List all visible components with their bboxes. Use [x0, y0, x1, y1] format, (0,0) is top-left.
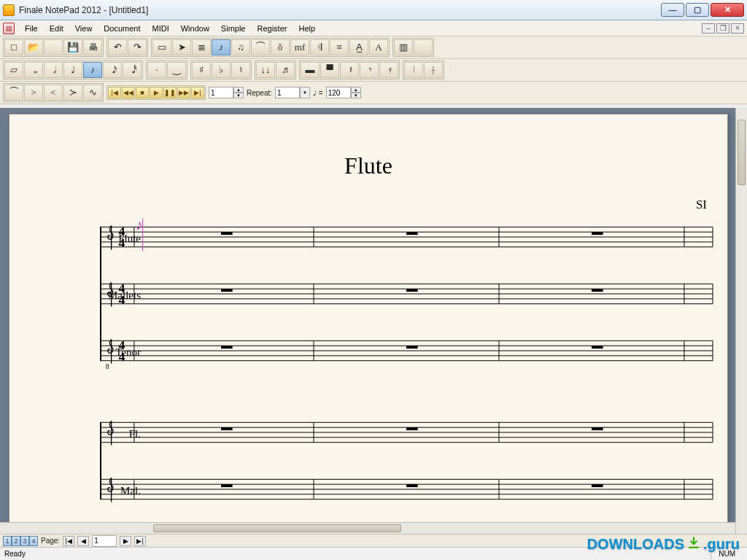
cresc-icon[interactable]: < — [44, 85, 63, 101]
layer-2-button[interactable]: 2 — [12, 536, 20, 546]
tuplet-icon[interactable]: ↓↓ — [256, 62, 275, 78]
ffwd-icon[interactable]: ▶▶ — [177, 87, 190, 98]
slur-down-icon[interactable]: ⁀ — [4, 85, 23, 101]
menu-midi[interactable]: MIDI — [147, 23, 175, 34]
slur-tool-icon[interactable]: ⁀ — [251, 39, 270, 55]
new-icon[interactable]: □ — [4, 39, 23, 55]
download-arrow-icon — [687, 536, 700, 549]
maximize-button[interactable]: ▢ — [686, 3, 709, 17]
staff-tenor[interactable]: Tenor844 — [100, 336, 713, 365]
blank1[interactable] — [44, 39, 63, 55]
save-icon[interactable]: 💾 — [63, 39, 82, 55]
grace-icon[interactable]: ♬ — [276, 62, 295, 78]
staff-mallets[interactable]: Mallets44 — [100, 279, 713, 308]
svg-rect-46 — [406, 346, 418, 349]
rewind-full-icon[interactable]: |◀ — [108, 87, 121, 98]
repeat-label: Repeat: — [247, 89, 272, 97]
ffwd-full-icon[interactable]: ▶| — [191, 87, 204, 98]
page-next-button[interactable]: ▶ — [120, 536, 131, 546]
score-page[interactable]: Flute SI Flute44♪Mallets44Tenor844 Fl.Ma… — [9, 114, 728, 534]
page-last-button[interactable]: ▶| — [134, 536, 146, 546]
repeat-select[interactable] — [275, 87, 300, 98]
repeat-dropdown[interactable]: ▼ — [300, 87, 310, 98]
dot-icon[interactable]: · — [147, 62, 166, 78]
text-ul-icon[interactable]: A̲ — [349, 39, 368, 55]
measure-tool-icon[interactable]: ≣ — [192, 39, 211, 55]
pause-icon[interactable]: ❚❚ — [163, 87, 177, 98]
sharp-icon[interactable]: ♯ — [192, 62, 211, 78]
half-note-icon[interactable]: 𝅗𝅥 — [44, 62, 63, 78]
document-control-icon[interactable]: ▤ — [3, 23, 15, 34]
text-tool-icon[interactable]: A — [369, 39, 388, 55]
menu-window[interactable]: Window — [175, 23, 215, 34]
repeat-tool-icon[interactable]: 𝄇 — [310, 39, 329, 55]
quarter-rest-icon[interactable]: 𝄽 — [340, 62, 359, 78]
menu-register[interactable]: Register — [251, 23, 293, 34]
natural-icon[interactable]: ♮ — [231, 62, 250, 78]
tie-icon[interactable]: ‿ — [167, 62, 186, 78]
quarter-note-icon[interactable]: ♩ — [63, 62, 82, 78]
redo-icon[interactable]: ↷ — [128, 39, 147, 55]
staff-mal.[interactable]: Mal. — [100, 475, 713, 504]
tuplet-tool-icon[interactable]: ♫ — [231, 39, 250, 55]
rewind-icon[interactable]: ◀◀ — [122, 87, 135, 98]
measure-input[interactable] — [209, 87, 233, 98]
vertical-scrollbar[interactable] — [735, 108, 747, 534]
eraser-icon[interactable]: ▱ — [4, 62, 23, 78]
thirtysecond-note-icon[interactable]: 𝅘𝅥𝅰 — [123, 62, 142, 78]
staff-fl.[interactable]: Fl. — [100, 418, 713, 447]
page-first-button[interactable]: |◀ — [63, 536, 74, 546]
menu-document[interactable]: Document — [98, 23, 146, 34]
menu-file[interactable]: File — [19, 23, 44, 34]
trill-icon[interactable]: ∿ — [83, 85, 102, 101]
decr-icon[interactable]: > — [24, 85, 43, 101]
undo-icon[interactable]: ↶ — [108, 39, 127, 55]
close-button[interactable]: ✕ — [711, 3, 744, 17]
page-tool-icon[interactable]: ▥ — [394, 39, 413, 55]
menu-simple[interactable]: Simple — [215, 23, 252, 34]
open-icon[interactable]: 📂 — [24, 39, 43, 55]
half-rest-icon[interactable]: ▀ — [320, 62, 339, 78]
layer-4-button[interactable]: 4 — [29, 536, 38, 546]
lyric-tool-icon[interactable]: ≡ — [330, 39, 349, 55]
stop-icon[interactable]: ■ — [136, 87, 149, 98]
measure-input-step[interactable]: ▲ — [233, 87, 244, 93]
vscroll-thumb[interactable] — [738, 120, 746, 185]
page-prev-button[interactable]: ◀ — [77, 536, 89, 546]
eighth-note-icon[interactable]: ♪ — [83, 62, 102, 78]
page-input[interactable] — [92, 535, 117, 547]
print-icon[interactable]: 🖶 — [83, 39, 102, 55]
cresc2-icon[interactable]: ≻ — [63, 85, 82, 101]
arrow-tool-icon[interactable]: ➤ — [172, 39, 191, 55]
layer-1-button[interactable]: 1 — [3, 536, 12, 546]
menu-help[interactable]: Help — [293, 23, 321, 34]
select-tool-icon[interactable]: ▭ — [152, 39, 171, 55]
sixteenth-rest-icon[interactable]: 𝄿 — [379, 62, 398, 78]
sixteenth-note-icon[interactable]: 𝅘𝅥𝅯 — [103, 62, 122, 78]
tempo-input-step[interactable]: ▼ — [351, 93, 361, 98]
blank2[interactable] — [414, 39, 433, 55]
articulation-tool-icon[interactable]: ŏ — [271, 39, 290, 55]
horizontal-scrollbar[interactable] — [0, 522, 735, 534]
measure-input-step[interactable]: ▼ — [233, 93, 244, 98]
minimize-button[interactable]: — — [661, 3, 684, 17]
mdi-close-button[interactable]: × — [731, 23, 744, 34]
dyn-tool-icon[interactable]: mf — [290, 39, 309, 55]
eighth-rest-icon[interactable]: 𝄾 — [360, 62, 379, 78]
mdi-restore-button[interactable]: ❐ — [716, 23, 729, 34]
play-icon[interactable]: ▶ — [150, 87, 163, 98]
flat-icon[interactable]: ♭ — [212, 62, 231, 78]
mdi-minimize-button[interactable]: – — [702, 23, 715, 34]
barline-icon[interactable]: 𝄀 — [404, 62, 423, 78]
staff-flute[interactable]: Flute44♪ — [100, 222, 713, 252]
tempo-input[interactable] — [326, 87, 351, 98]
tempo-input-step[interactable]: ▲ — [351, 87, 361, 93]
menu-view[interactable]: View — [69, 23, 98, 34]
whole-note-icon[interactable]: 𝅝 — [24, 62, 43, 78]
menu-edit[interactable]: Edit — [44, 23, 69, 34]
hscroll-thumb[interactable] — [153, 524, 401, 532]
whole-rest-icon[interactable]: ▬ — [301, 62, 320, 78]
cut-barline-icon[interactable]: ⟊ — [424, 62, 443, 78]
simple-entry-icon[interactable]: ♪ — [212, 39, 231, 55]
layer-3-button[interactable]: 3 — [20, 536, 29, 546]
